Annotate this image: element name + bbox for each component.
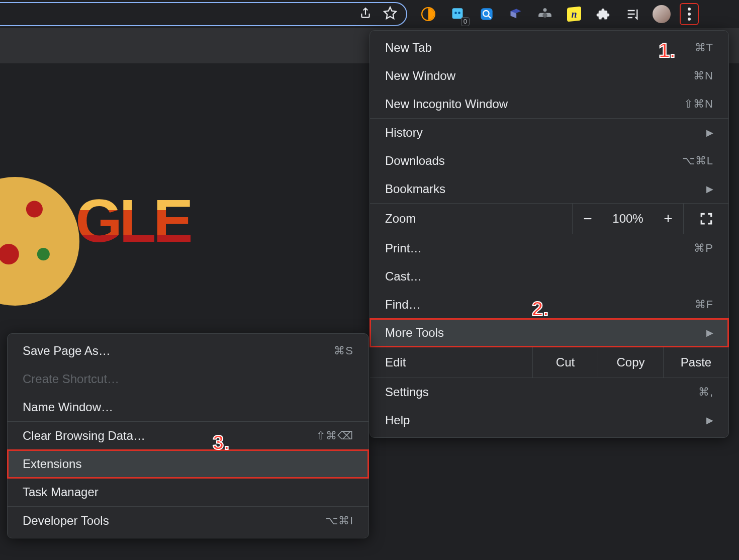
- menu-label: Developer Tools: [23, 514, 325, 528]
- extensions-puzzle-icon[interactable]: [592, 3, 614, 25]
- menu-label: More Tools: [385, 326, 706, 340]
- submenu-clear-browsing-data[interactable]: Clear Browsing Data… ⇧⌘⌫: [8, 422, 368, 450]
- menu-label: Clear Browsing Data…: [23, 429, 316, 443]
- menu-history[interactable]: History ▶: [370, 119, 728, 147]
- svg-point-9: [688, 18, 691, 21]
- menu-shortcut: ⌘,: [698, 386, 713, 399]
- edit-paste-button[interactable]: Paste: [663, 347, 728, 378]
- menu-label: Create Shortcut…: [23, 372, 353, 386]
- menu-label: Extensions: [23, 457, 353, 471]
- submenu-chevron-icon: ▶: [706, 415, 713, 426]
- submenu-name-window[interactable]: Name Window…: [8, 393, 368, 421]
- bookmark-star-icon[interactable]: [383, 6, 397, 22]
- submenu-chevron-icon: ▶: [706, 183, 713, 195]
- profile-avatar[interactable]: [651, 3, 673, 25]
- zoom-label: Zoom: [370, 212, 572, 226]
- browser-toolbar: 0: [0, 0, 739, 28]
- svg-point-3: [458, 12, 460, 14]
- doodle-text: GLE: [75, 186, 191, 255]
- edit-cut-button[interactable]: Cut: [532, 347, 598, 378]
- menu-label: New Incognito Window: [385, 97, 684, 111]
- menu-new-window[interactable]: New Window ⌘N: [370, 62, 728, 90]
- menu-downloads[interactable]: Downloads ⌥⌘L: [370, 147, 728, 175]
- menu-settings[interactable]: Settings ⌘,: [370, 378, 728, 406]
- annotation-callout-1: 1.: [659, 39, 675, 62]
- svg-rect-4: [481, 8, 492, 20]
- annotation-callout-3: 3.: [213, 431, 229, 454]
- menu-more-tools[interactable]: More Tools ▶: [370, 319, 728, 347]
- submenu-task-manager[interactable]: Task Manager: [8, 478, 368, 506]
- zoom-in-button[interactable]: +: [653, 210, 683, 227]
- menu-label: Task Manager: [23, 485, 353, 499]
- svg-point-8: [688, 13, 691, 16]
- annotation-callout-2: 2.: [532, 298, 548, 320]
- extension-icon-2[interactable]: 0: [446, 3, 469, 25]
- menu-cast[interactable]: Cast…: [370, 262, 728, 291]
- menu-label: New Tab: [385, 41, 695, 55]
- extension-icons-row: 0: [417, 0, 699, 28]
- extension-icon-5[interactable]: [534, 3, 556, 25]
- menu-shortcut: ⇧⌘N: [684, 98, 713, 111]
- extension-icon-4[interactable]: [505, 3, 527, 25]
- zoom-out-button[interactable]: −: [573, 210, 603, 227]
- menu-shortcut: ⌘S: [334, 344, 353, 357]
- extension-badge: 0: [461, 17, 470, 26]
- menu-label: Name Window…: [23, 400, 353, 414]
- menu-print[interactable]: Print… ⌘P: [370, 234, 728, 262]
- svg-point-6: [542, 13, 547, 18]
- menu-zoom-row: Zoom − 100% +: [370, 203, 728, 234]
- google-doodle: GLE: [0, 156, 171, 287]
- menu-label: Cast…: [385, 269, 713, 284]
- extension-icon-1[interactable]: [417, 3, 439, 25]
- menu-shortcut: ⇧⌘⌫: [316, 429, 353, 442]
- submenu-chevron-icon: ▶: [706, 127, 713, 138]
- menu-shortcut: ⌘N: [693, 69, 713, 82]
- menu-bookmarks[interactable]: Bookmarks ▶: [370, 175, 728, 203]
- share-icon[interactable]: [359, 7, 372, 22]
- menu-shortcut: ⌥⌘L: [682, 154, 713, 167]
- zoom-value: 100%: [603, 212, 653, 226]
- menu-label: Print…: [385, 241, 694, 255]
- submenu-chevron-icon: ▶: [706, 327, 713, 338]
- menu-shortcut: ⌘T: [695, 41, 713, 54]
- edit-label: Edit: [370, 355, 532, 369]
- menu-label: Help: [385, 413, 706, 427]
- menu-label: New Window: [385, 69, 693, 83]
- svg-point-2: [454, 12, 457, 14]
- menu-shortcut: ⌘P: [694, 242, 713, 255]
- menu-label: Bookmarks: [385, 182, 706, 196]
- extension-icon-6[interactable]: [563, 3, 585, 25]
- menu-shortcut: ⌥⌘I: [325, 514, 353, 527]
- menu-label: Settings: [385, 385, 698, 399]
- menu-edit-row: Edit Cut Copy Paste: [370, 347, 728, 378]
- menu-label: History: [385, 126, 706, 140]
- menu-find[interactable]: Find… ⌘F: [370, 291, 728, 319]
- submenu-developer-tools[interactable]: Developer Tools ⌥⌘I: [8, 507, 368, 535]
- svg-point-7: [688, 8, 691, 11]
- menu-shortcut: ⌘F: [695, 298, 713, 311]
- extension-icon-3[interactable]: [476, 3, 498, 25]
- chrome-main-menu: New Tab ⌘T New Window ⌘N New Incognito W…: [369, 30, 729, 438]
- fullscreen-button[interactable]: [683, 204, 728, 234]
- menu-label: Save Page As…: [23, 344, 334, 358]
- chrome-menu-button[interactable]: [680, 3, 699, 25]
- reading-list-icon[interactable]: [621, 3, 643, 25]
- submenu-save-page[interactable]: Save Page As… ⌘S: [8, 337, 368, 365]
- more-tools-submenu: Save Page As… ⌘S Create Shortcut… Name W…: [7, 333, 369, 538]
- submenu-extensions[interactable]: Extensions: [8, 450, 368, 478]
- submenu-create-shortcut: Create Shortcut…: [8, 365, 368, 393]
- menu-help[interactable]: Help ▶: [370, 406, 728, 434]
- edit-copy-button[interactable]: Copy: [598, 347, 663, 378]
- menu-label: Downloads: [385, 154, 682, 168]
- omnibox[interactable]: [0, 2, 407, 26]
- menu-new-incognito[interactable]: New Incognito Window ⇧⌘N: [370, 90, 728, 118]
